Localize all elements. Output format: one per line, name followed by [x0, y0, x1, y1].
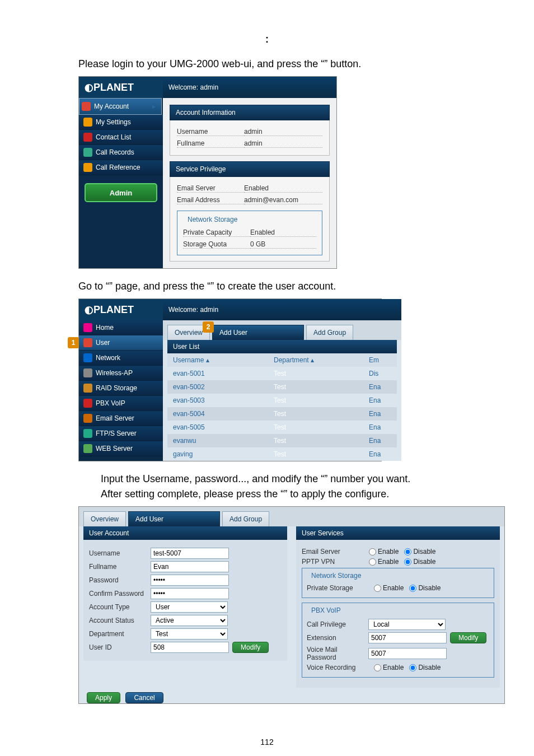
sidebar-email-server[interactable]: Email Server — [79, 411, 163, 426]
fullname-label: Fullname — [177, 139, 244, 148]
voicerec-enable-radio[interactable] — [374, 664, 381, 671]
fullname-value: admin — [244, 139, 322, 148]
apply-button[interactable]: Apply — [87, 692, 120, 703]
welcome-bar: Welcome: admin — [163, 299, 401, 320]
privstorage-enable-radio[interactable] — [374, 585, 381, 592]
raid-icon — [83, 384, 92, 393]
welcome-bar: Welcome: admin — [163, 77, 336, 98]
step-heading: : — [45, 34, 489, 45]
sidebar-call-records[interactable]: Call Records — [79, 145, 163, 160]
planet-icon: ◐ — [85, 81, 93, 94]
sidebar-pbx-voip[interactable]: PBX VoIP — [79, 396, 163, 411]
wireless-icon — [83, 368, 92, 377]
extension-input[interactable] — [368, 632, 447, 643]
brand-logo: ◐PLANET — [79, 299, 163, 320]
user-list-table: Username ▴ Department ▴ Em evan-5001Test… — [167, 353, 397, 461]
col-email[interactable]: Em — [363, 353, 397, 367]
table-row[interactable]: gavingTestEna — [167, 447, 397, 461]
password-input[interactable] — [151, 575, 229, 586]
service-privilege-header: Service Privilege — [170, 161, 330, 177]
sidebar-call-reference[interactable]: Call Reference — [79, 160, 163, 175]
username-value: admin — [244, 128, 322, 136]
admin-button[interactable]: Admin — [85, 183, 157, 202]
confirm-password-input[interactable] — [151, 588, 229, 599]
home-icon — [83, 323, 92, 332]
sidebar-contact-list[interactable]: Contact List — [79, 130, 163, 145]
user-services-header: User Services — [296, 526, 500, 540]
department-select[interactable]: Test — [151, 628, 228, 640]
network-icon — [83, 353, 92, 362]
table-row[interactable]: evan-5004TestEna — [167, 407, 397, 421]
user-icon — [83, 338, 92, 347]
voicemail-password-input[interactable] — [368, 648, 447, 659]
username-label: Username — [177, 128, 244, 136]
table-row[interactable]: evan-5001TestDis — [167, 367, 397, 380]
account-icon — [82, 102, 91, 111]
sidebar-home[interactable]: Home — [79, 320, 163, 335]
page-number: 112 — [45, 738, 489, 746]
sidebar-user[interactable]: 1User — [79, 335, 163, 351]
instruction-3: Input the Username, password..., and mod… — [101, 472, 489, 502]
email-disable-radio[interactable] — [404, 548, 411, 556]
pbx-voip-legend: PBX VoIP — [309, 606, 343, 614]
records-icon — [83, 148, 92, 157]
account-info-header: Account Information — [170, 105, 330, 120]
col-department[interactable]: Department ▴ — [268, 353, 363, 367]
instruction-2: Go to “” page, and press the “” to creat… — [78, 279, 489, 294]
tab-add-group[interactable]: Add Group — [222, 511, 269, 526]
pptp-enable-radio[interactable] — [369, 558, 376, 566]
table-row[interactable]: evanwuTestEna — [167, 434, 397, 447]
modify-extension-button[interactable]: Modify — [450, 632, 486, 643]
network-storage-legend: Network Storage — [185, 216, 240, 223]
pbx-icon — [83, 399, 92, 408]
table-row[interactable]: evan-5005TestEna — [167, 421, 397, 434]
callout-2: 2 — [203, 321, 214, 333]
sidebar-raid-storage[interactable]: RAID Storage — [79, 381, 163, 396]
network-storage-legend: Network Storage — [309, 572, 363, 580]
username-input[interactable] — [151, 548, 229, 559]
chevron-right-icon: ▸ — [152, 102, 159, 110]
table-row[interactable]: evan-5002TestEna — [167, 380, 397, 394]
account-status-select[interactable]: Active — [151, 615, 228, 626]
email-enable-radio[interactable] — [369, 548, 376, 556]
account-type-select[interactable]: User — [151, 601, 228, 613]
col-username[interactable]: Username ▴ — [167, 353, 268, 367]
user-id-input[interactable] — [151, 642, 229, 653]
reference-icon — [83, 163, 92, 172]
screenshot-2: ◐PLANET Home 1User Network Wireless-AP R… — [78, 298, 382, 461]
cancel-button[interactable]: Cancel — [125, 692, 163, 703]
sidebar-my-account[interactable]: My Account▸ — [79, 98, 162, 115]
contacts-icon — [83, 133, 92, 142]
user-account-header: User Account — [83, 526, 287, 540]
web-icon — [83, 444, 92, 453]
sidebar-network[interactable]: Network — [79, 351, 163, 366]
sidebar-wireless-ap[interactable]: Wireless-AP — [79, 366, 163, 381]
brand-logo: ◐ PLANET — [79, 77, 163, 98]
screenshot-3: Overview Add User Add Group User Account… — [78, 506, 505, 704]
sidebar-my-settings[interactable]: My Settings — [79, 115, 163, 130]
planet-icon: ◐ — [85, 304, 93, 316]
pptp-disable-radio[interactable] — [404, 558, 411, 566]
call-privilege-select[interactable]: Local — [368, 619, 446, 630]
sidebar-web-server[interactable]: WEB Server — [79, 441, 163, 456]
admin-sidebar: Home 1User Network Wireless-AP RAID Stor… — [79, 320, 163, 456]
tab-add-user[interactable]: Add User — [128, 511, 220, 526]
privstorage-disable-radio[interactable] — [409, 585, 416, 592]
fullname-input[interactable] — [151, 561, 229, 572]
email-icon — [83, 414, 92, 423]
table-row[interactable]: evan-5003TestEna — [167, 394, 397, 407]
sidebar-ftps-server[interactable]: FTP/S Server — [79, 426, 163, 441]
user-list-header: User List — [167, 340, 397, 353]
tab-overview[interactable]: Overview — [83, 511, 126, 526]
tab-add-user[interactable]: 2Add User — [212, 325, 304, 340]
callout-1: 1 — [68, 337, 79, 348]
screenshot-1: ◐ PLANET Welcome: admin My Account▸ My S… — [78, 76, 337, 269]
tab-add-group[interactable]: Add Group — [306, 325, 353, 340]
modify-userid-button[interactable]: Modify — [232, 642, 269, 653]
user-sidebar: My Account▸ My Settings Contact List Cal… — [79, 98, 163, 268]
instruction-1: Please login to your UMG-2000 web-ui, an… — [78, 57, 489, 72]
voicerec-disable-radio[interactable] — [409, 664, 416, 671]
settings-icon — [83, 118, 92, 127]
ftp-icon — [83, 429, 92, 438]
